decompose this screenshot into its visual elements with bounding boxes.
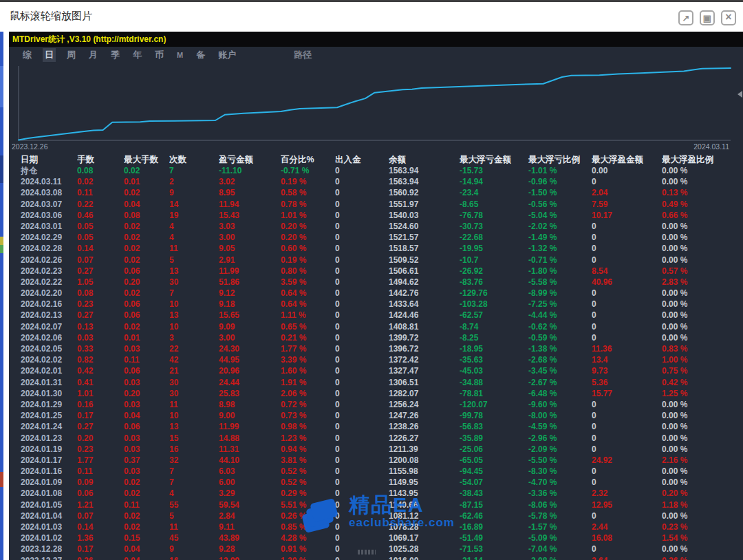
tab-week[interactable]: 周 xyxy=(65,48,78,62)
cell: -5.58 % xyxy=(528,277,592,288)
cell: 0.03 xyxy=(124,377,169,388)
cell: 0 xyxy=(335,321,389,332)
cell: 0 xyxy=(592,399,662,410)
cell: 0.20 xyxy=(124,277,169,288)
cell: 0.02 xyxy=(124,521,169,532)
cell: 11.99 xyxy=(219,266,281,277)
cell: 0.23 xyxy=(77,444,124,455)
cell: 16.08 xyxy=(592,532,662,543)
cell: 0.00 % xyxy=(662,299,731,310)
cell: 0.04 xyxy=(124,410,169,421)
tab-note[interactable]: 备 xyxy=(194,48,207,62)
cell: 4.28 % xyxy=(281,532,335,543)
cell: 0 xyxy=(335,499,389,510)
cell: 3.39 % xyxy=(281,354,335,365)
cell: -54.07 xyxy=(460,477,528,488)
cell: 0 xyxy=(335,165,389,176)
tab-summary[interactable]: 综 xyxy=(21,48,34,62)
tab-currency[interactable]: 币 xyxy=(153,48,166,62)
cell: 0.78 % xyxy=(281,199,335,210)
cell: 0.20 % xyxy=(662,488,731,499)
cell: 2024.01.09 xyxy=(21,477,77,488)
cell: 0 xyxy=(335,488,389,499)
cell: 0.03 xyxy=(124,444,169,455)
table-row: 2024.02.070.130.02109.090.65 %01408.81-8… xyxy=(9,321,743,332)
cell: 0.11 xyxy=(77,466,124,477)
edge-segment xyxy=(0,237,3,245)
cell: 0 xyxy=(592,299,662,310)
cell: 0.00 % xyxy=(662,255,731,266)
cell: 2.84 xyxy=(219,510,281,521)
cell: 0 xyxy=(335,199,389,210)
cell: -0.59 % xyxy=(528,332,592,343)
cell: -83.76 xyxy=(460,277,528,288)
table-row: 2024.01.040.070.0252.840.26 %01081.12-62… xyxy=(9,510,743,521)
close-button[interactable]: × xyxy=(721,10,736,25)
cell: 12.99 xyxy=(219,555,281,560)
cell: 14.88 xyxy=(219,433,281,444)
cell: -1.32 % xyxy=(528,243,592,254)
cell: 0 xyxy=(335,399,389,410)
cell: 5 xyxy=(169,510,219,521)
cell: 44.95 xyxy=(219,354,281,365)
cell: 1016.00 xyxy=(389,555,460,560)
cell: -5.50 % xyxy=(528,455,592,466)
cell: 0.19 % xyxy=(281,176,335,187)
cell: 0.19 % xyxy=(281,255,335,266)
tab-year[interactable]: 年 xyxy=(131,48,144,62)
cell: -3.45 % xyxy=(528,365,592,376)
cell: 15.77 xyxy=(592,388,662,399)
cell: 2.64 xyxy=(592,555,662,560)
cell: 43.89 xyxy=(219,532,281,543)
cell: 0 xyxy=(335,176,389,187)
cell: 0.17 xyxy=(77,410,124,421)
cell: 0.58 % xyxy=(281,187,335,198)
cell: 0.03 xyxy=(124,433,169,444)
cell: 0 xyxy=(335,521,389,532)
cell: -2.08 % xyxy=(528,555,592,560)
cell: 0.42 xyxy=(77,365,124,376)
tab-account[interactable]: 账户 xyxy=(216,48,238,62)
cell: 1506.61 xyxy=(389,266,460,277)
tab-quarter[interactable]: 季 xyxy=(109,48,122,62)
cell: 1.91 % xyxy=(281,377,335,388)
tab-m[interactable]: M xyxy=(175,50,185,60)
cell: 1282.07 xyxy=(389,388,460,399)
table-row: 2024.01.250.170.04109.000.73 %01247.26-9… xyxy=(9,410,743,421)
cell: 8.98 xyxy=(219,399,281,410)
tab-day[interactable]: 日 xyxy=(43,48,56,62)
cell: 44.10 xyxy=(219,455,281,466)
column-header: 百分比% xyxy=(281,154,335,165)
cell: 0 xyxy=(335,255,389,266)
cell: 1.00 % xyxy=(662,354,731,365)
cell: 59.54 xyxy=(219,499,281,510)
tab-month[interactable]: 月 xyxy=(87,48,100,62)
table-row: 2024.02.130.270.061315.651.11 %01424.46-… xyxy=(9,310,743,321)
cell: -2.96 % xyxy=(528,433,592,444)
cell: 20.96 xyxy=(219,365,281,376)
restore-window-button[interactable]: ▣ xyxy=(700,10,715,25)
cell: 2.06 % xyxy=(281,388,335,399)
cell: 2024.02.28 xyxy=(21,243,77,254)
cell: 0.94 % xyxy=(281,444,335,455)
cell: 0 xyxy=(335,343,389,354)
cell: 3.03 xyxy=(219,221,281,232)
cell: 0.03 xyxy=(124,343,169,354)
cell: 7.59 xyxy=(592,199,662,210)
cell: 1563.94 xyxy=(389,176,460,187)
open-external-button[interactable]: ↗ xyxy=(678,10,693,25)
cell: 0 xyxy=(592,543,662,554)
cell: 3.59 % xyxy=(281,277,335,288)
equity-chart-svg xyxy=(9,63,743,153)
cell: -14.94 xyxy=(460,176,528,187)
cell: -0.62 % xyxy=(528,321,592,332)
cell: 1540.03 xyxy=(389,210,460,221)
cell: 2 xyxy=(169,176,219,187)
cell: 45 xyxy=(169,532,219,543)
cell: 13.4 xyxy=(592,354,662,365)
cell: 0.06 xyxy=(77,488,124,499)
cell: 0 xyxy=(592,310,662,321)
cell: 6.00 xyxy=(219,477,281,488)
cell: 4 xyxy=(169,488,219,499)
cell: 1140.66 xyxy=(389,499,460,510)
